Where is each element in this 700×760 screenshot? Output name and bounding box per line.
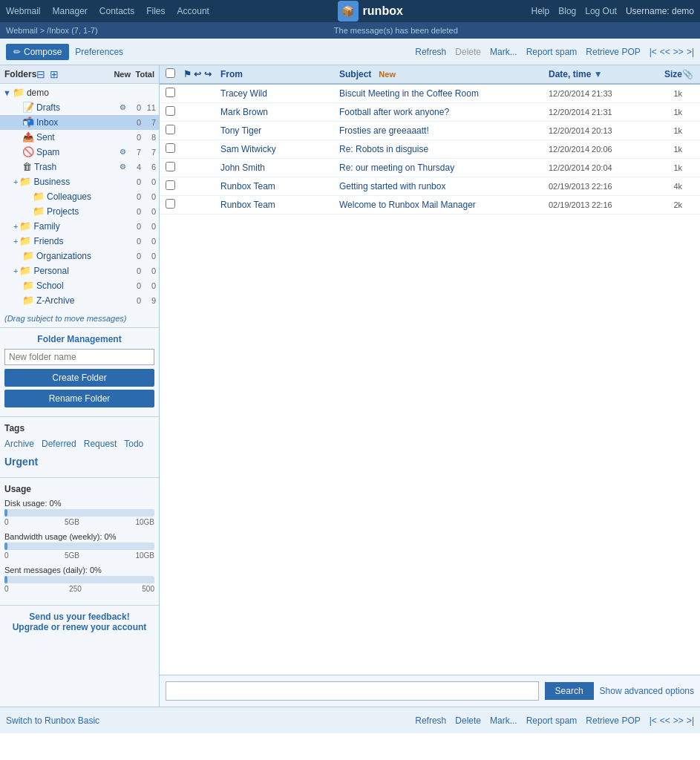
email-from-7[interactable]: Runbox Team [220, 200, 339, 210]
folder-item-family[interactable]: + 📁 Family 0 0 [0, 219, 159, 234]
email-subject-7[interactable]: Welcome to Runbox Mail Manager [339, 200, 549, 210]
retrieve-pop-link[interactable]: Retrieve POP [586, 47, 640, 57]
bottom-mark-link[interactable]: Mark... [490, 715, 517, 726]
folder-item-school[interactable]: 📁 School 0 0 [0, 278, 159, 293]
bottom-nav-next[interactable]: >> [673, 715, 684, 726]
bottom-report-spam-link[interactable]: Report spam [526, 715, 578, 726]
email-check-5[interactable] [166, 162, 183, 174]
email-check-4[interactable] [166, 143, 183, 155]
gear-icon-spam[interactable]: ⚙ [120, 145, 126, 159]
folder-item-projects[interactable]: 📁 Projects 0 0 [0, 204, 159, 219]
gear-icon-trash[interactable]: ⚙ [120, 160, 126, 174]
bottom-retrieve-pop-link[interactable]: Retrieve POP [586, 715, 640, 726]
email-subject-5[interactable]: Re: our meeting on Thursday [339, 163, 549, 173]
expand-business-icon[interactable]: + [13, 175, 18, 189]
select-all-checkbox[interactable] [166, 68, 175, 78]
nav-contacts[interactable]: Contacts [99, 6, 134, 16]
email-from-2[interactable]: Mark Brown [220, 107, 339, 117]
feedback-link[interactable]: Send us your feedback! [29, 612, 129, 622]
email-check-6[interactable] [166, 180, 183, 192]
tag-deferred[interactable]: Deferred [42, 439, 76, 449]
tag-archive[interactable]: Archive [4, 439, 34, 449]
nav-last[interactable]: >| [687, 47, 694, 57]
upgrade-link[interactable]: Upgrade or renew your account [13, 622, 147, 632]
tag-urgent[interactable]: Urgent [4, 456, 38, 468]
email-row[interactable]: Sam Witwicky Re: Robots in disguise 12/2… [160, 140, 700, 159]
nav-help[interactable]: Help [531, 6, 550, 16]
email-from-4[interactable]: Sam Witwicky [220, 144, 339, 154]
nav-logout[interactable]: Log Out [585, 6, 617, 16]
nav-prev[interactable]: << [660, 47, 670, 57]
email-from-1[interactable]: Tracey Wild [220, 88, 339, 99]
folder-item-spam[interactable]: 🚫 Spam ⚙ 7 7 [0, 145, 159, 160]
expand-friends-icon[interactable]: + [13, 235, 18, 248]
email-row[interactable]: Runbox Team Getting started with runbox … [160, 177, 700, 196]
preferences-button[interactable]: Preferences [75, 47, 123, 57]
search-input[interactable] [166, 681, 539, 701]
report-spam-link[interactable]: Report spam [526, 47, 578, 57]
folder-item-personal[interactable]: + 📁 Personal 0 0 [0, 263, 159, 278]
folder-item-organizations[interactable]: 📁 Organizations 0 0 [0, 249, 159, 263]
mark-link[interactable]: Mark... [490, 47, 517, 57]
subject-col-header[interactable]: Subject New [339, 69, 549, 79]
email-subject-6[interactable]: Getting started with runbox [339, 181, 549, 191]
bottom-delete-link[interactable]: Delete [455, 715, 481, 726]
from-col-header[interactable]: From [220, 69, 339, 79]
bottom-nav-prev[interactable]: << [660, 715, 670, 726]
nav-account[interactable]: Account [177, 6, 209, 16]
size-col-header[interactable]: Size [652, 69, 682, 79]
email-from-5[interactable]: John Smith [220, 163, 339, 173]
email-from-3[interactable]: Tony Tiger [220, 125, 339, 136]
email-row[interactable]: Runbox Team Welcome to Runbox Mail Manag… [160, 196, 700, 214]
compose-button[interactable]: ✏ Compose [6, 44, 69, 60]
delete-link[interactable]: Delete [455, 47, 481, 57]
rename-folder-button[interactable]: Rename Folder [4, 390, 154, 407]
email-check-2[interactable] [166, 106, 183, 118]
folder-item-trash[interactable]: 🗑 Trash ⚙ 4 6 [0, 160, 159, 174]
email-subject-3[interactable]: Frosties are greeaaatt! [339, 125, 549, 136]
bottom-refresh-link[interactable]: Refresh [415, 715, 446, 726]
expand-family-icon[interactable]: + [13, 220, 18, 233]
nav-first[interactable]: |< [650, 47, 657, 57]
advanced-options-link[interactable]: Show advanced options [600, 686, 694, 696]
nav-webmail[interactable]: Webmail [6, 6, 40, 16]
email-row[interactable]: John Smith Re: our meeting on Thursday 1… [160, 159, 700, 177]
search-button[interactable]: Search [545, 682, 594, 700]
folder-item-inbox[interactable]: 📬 Inbox 0 7 [0, 115, 159, 130]
bottom-nav-first[interactable]: |< [650, 715, 657, 726]
nav-files[interactable]: Files [146, 6, 165, 16]
expand-demo-icon[interactable]: ▼ [3, 86, 11, 99]
expand-all-icon[interactable]: ⊞ [50, 68, 59, 80]
folder-item-sent[interactable]: 📤 Sent 0 8 [0, 130, 159, 145]
email-check-1[interactable] [166, 88, 183, 99]
folder-item-business[interactable]: + 📁 Business 0 0 [0, 174, 159, 189]
email-row[interactable]: Mark Brown Football after work anyone? 1… [160, 103, 700, 122]
email-row[interactable]: Tracey Wild Biscuit Meeting in the Coffe… [160, 85, 700, 103]
folder-item-colleagues[interactable]: 📁 Colleagues 0 0 [0, 189, 159, 204]
email-subject-2[interactable]: Football after work anyone? [339, 107, 549, 117]
create-folder-button[interactable]: Create Folder [4, 369, 154, 387]
date-col-header[interactable]: Date, time ▼ [549, 69, 652, 79]
folder-name-input[interactable] [4, 349, 154, 365]
expand-personal-icon[interactable]: + [13, 264, 18, 278]
folder-item-friends[interactable]: + 📁 Friends 0 0 [0, 234, 159, 249]
switch-basic-link[interactable]: Switch to Runbox Basic [6, 715, 99, 726]
email-from-6[interactable]: Runbox Team [220, 181, 339, 191]
email-check-3[interactable] [166, 125, 183, 137]
folder-item-demo[interactable]: ▼ 📁 demo [0, 85, 159, 100]
tag-todo[interactable]: Todo [124, 439, 143, 449]
gear-icon-drafts[interactable]: ⚙ [120, 101, 126, 114]
bottom-nav-last[interactable]: >| [687, 715, 694, 726]
email-subject-1[interactable]: Biscuit Meeting in the Coffee Room [339, 88, 549, 99]
email-check-7[interactable] [166, 199, 183, 211]
folder-item-zarchive[interactable]: 📁 Z-Archive 0 9 [0, 293, 159, 308]
email-row[interactable]: Tony Tiger Frosties are greeaaatt! 12/20… [160, 122, 700, 140]
tag-request[interactable]: Request [84, 439, 117, 449]
folder-item-drafts[interactable]: 📝 Drafts ⚙ 0 11 [0, 100, 159, 115]
nav-blog[interactable]: Blog [558, 6, 576, 16]
nav-next[interactable]: >> [673, 47, 684, 57]
refresh-link[interactable]: Refresh [415, 47, 446, 57]
email-subject-4[interactable]: Re: Robots in disguise [339, 144, 549, 154]
nav-manager[interactable]: Manager [52, 6, 87, 16]
collapse-all-icon[interactable]: ⊟ [36, 68, 45, 80]
